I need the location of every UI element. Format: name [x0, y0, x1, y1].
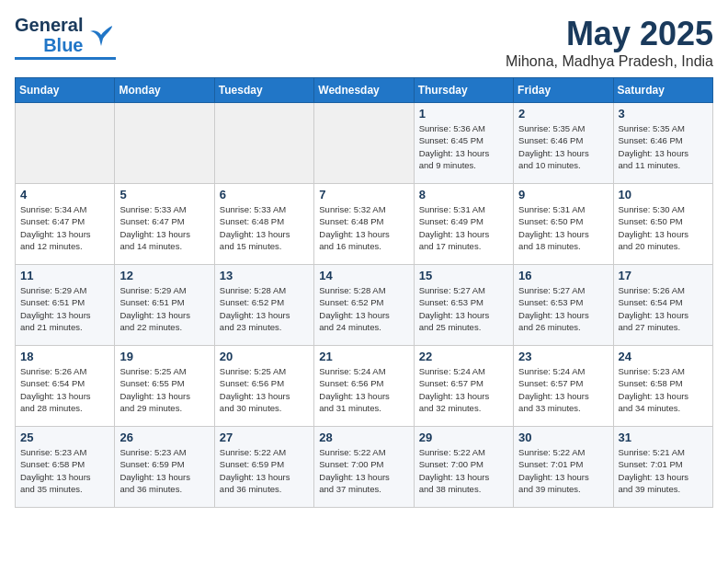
weekday-header-saturday: Saturday [613, 78, 712, 103]
weekday-header-row: SundayMondayTuesdayWednesdayThursdayFrid… [16, 78, 713, 103]
day-number: 19 [119, 350, 209, 363]
day-number: 18 [20, 350, 109, 363]
calendar-cell: 29Sunrise: 5:22 AM Sunset: 7:00 PM Dayli… [414, 427, 513, 508]
cell-sun-info: Sunrise: 5:28 AM Sunset: 6:52 PM Dayligh… [319, 284, 408, 333]
logo: General Blue [15, 15, 116, 60]
calendar-cell: 3Sunrise: 5:35 AM Sunset: 6:46 PM Daylig… [613, 103, 712, 184]
cell-sun-info: Sunrise: 5:24 AM Sunset: 6:57 PM Dayligh… [419, 365, 508, 414]
day-number: 4 [20, 188, 109, 201]
day-number: 22 [419, 350, 508, 363]
calendar-cell: 1Sunrise: 5:36 AM Sunset: 6:45 PM Daylig… [414, 103, 513, 184]
calendar-cell: 30Sunrise: 5:22 AM Sunset: 7:01 PM Dayli… [514, 427, 613, 508]
cell-sun-info: Sunrise: 5:28 AM Sunset: 6:52 PM Dayligh… [220, 284, 309, 333]
calendar-cell [314, 103, 414, 184]
calendar-cell: 19Sunrise: 5:25 AM Sunset: 6:55 PM Dayli… [115, 346, 214, 427]
cell-sun-info: Sunrise: 5:25 AM Sunset: 6:56 PM Dayligh… [220, 365, 309, 414]
cell-sun-info: Sunrise: 5:35 AM Sunset: 6:46 PM Dayligh… [518, 122, 608, 171]
calendar-week-row: 11Sunrise: 5:29 AM Sunset: 6:51 PM Dayli… [16, 265, 713, 346]
cell-sun-info: Sunrise: 5:31 AM Sunset: 6:50 PM Dayligh… [518, 203, 608, 252]
day-number: 16 [518, 269, 608, 282]
calendar-cell: 14Sunrise: 5:28 AM Sunset: 6:52 PM Dayli… [314, 265, 414, 346]
cell-sun-info: Sunrise: 5:32 AM Sunset: 6:48 PM Dayligh… [319, 203, 408, 252]
calendar-cell: 21Sunrise: 5:24 AM Sunset: 6:56 PM Dayli… [314, 346, 414, 427]
cell-sun-info: Sunrise: 5:33 AM Sunset: 6:48 PM Dayligh… [220, 203, 309, 252]
cell-sun-info: Sunrise: 5:21 AM Sunset: 7:01 PM Dayligh… [619, 446, 708, 495]
day-number: 21 [319, 350, 408, 363]
day-number: 2 [518, 107, 608, 121]
calendar-cell: 24Sunrise: 5:23 AM Sunset: 6:58 PM Dayli… [613, 346, 712, 427]
day-number: 24 [619, 350, 708, 363]
cell-sun-info: Sunrise: 5:31 AM Sunset: 6:49 PM Dayligh… [419, 203, 508, 252]
day-number: 5 [119, 188, 209, 201]
calendar-cell: 17Sunrise: 5:26 AM Sunset: 6:54 PM Dayli… [613, 265, 712, 346]
calendar-week-row: 25Sunrise: 5:23 AM Sunset: 6:58 PM Dayli… [16, 427, 713, 508]
calendar-cell: 7Sunrise: 5:32 AM Sunset: 6:48 PM Daylig… [314, 184, 414, 265]
day-number: 23 [518, 350, 608, 363]
cell-sun-info: Sunrise: 5:22 AM Sunset: 6:59 PM Dayligh… [220, 446, 309, 495]
cell-sun-info: Sunrise: 5:23 AM Sunset: 6:59 PM Dayligh… [119, 446, 209, 495]
cell-sun-info: Sunrise: 5:33 AM Sunset: 6:47 PM Dayligh… [119, 203, 209, 252]
weekday-header-friday: Friday [514, 78, 613, 103]
calendar-cell [214, 103, 313, 184]
calendar-cell: 6Sunrise: 5:33 AM Sunset: 6:48 PM Daylig… [214, 184, 313, 265]
calendar-week-row: 1Sunrise: 5:36 AM Sunset: 6:45 PM Daylig… [16, 103, 713, 184]
calendar-cell: 27Sunrise: 5:22 AM Sunset: 6:59 PM Dayli… [214, 427, 313, 508]
calendar-cell: 13Sunrise: 5:28 AM Sunset: 6:52 PM Dayli… [214, 265, 313, 346]
day-number: 20 [220, 350, 309, 363]
day-number: 9 [518, 188, 608, 201]
day-number: 12 [119, 269, 209, 282]
day-number: 28 [319, 431, 408, 444]
calendar-cell: 12Sunrise: 5:29 AM Sunset: 6:51 PM Dayli… [115, 265, 214, 346]
calendar-week-row: 4Sunrise: 5:34 AM Sunset: 6:47 PM Daylig… [16, 184, 713, 265]
calendar-cell: 20Sunrise: 5:25 AM Sunset: 6:56 PM Dayli… [214, 346, 313, 427]
logo-bird-icon [86, 20, 116, 50]
day-number: 14 [319, 269, 408, 282]
cell-sun-info: Sunrise: 5:23 AM Sunset: 6:58 PM Dayligh… [619, 365, 708, 414]
day-number: 7 [319, 188, 408, 201]
cell-sun-info: Sunrise: 5:29 AM Sunset: 6:51 PM Dayligh… [20, 284, 109, 333]
cell-sun-info: Sunrise: 5:22 AM Sunset: 7:00 PM Dayligh… [319, 446, 408, 495]
logo-underline [15, 57, 116, 60]
calendar-cell: 31Sunrise: 5:21 AM Sunset: 7:01 PM Dayli… [613, 427, 712, 508]
day-number: 8 [419, 188, 508, 201]
weekday-header-tuesday: Tuesday [214, 78, 313, 103]
calendar-table: SundayMondayTuesdayWednesdayThursdayFrid… [15, 77, 713, 508]
day-number: 31 [619, 431, 708, 444]
day-number: 17 [619, 269, 708, 282]
logo-blue: Blue [43, 35, 83, 55]
day-number: 11 [20, 269, 109, 282]
weekday-header-wednesday: Wednesday [314, 78, 414, 103]
cell-sun-info: Sunrise: 5:26 AM Sunset: 6:54 PM Dayligh… [619, 284, 708, 333]
cell-sun-info: Sunrise: 5:24 AM Sunset: 6:57 PM Dayligh… [518, 365, 608, 414]
location-subtitle: Mihona, Madhya Pradesh, India [506, 53, 713, 70]
calendar-cell: 9Sunrise: 5:31 AM Sunset: 6:50 PM Daylig… [514, 184, 613, 265]
cell-sun-info: Sunrise: 5:35 AM Sunset: 6:46 PM Dayligh… [619, 122, 708, 171]
calendar-cell: 16Sunrise: 5:27 AM Sunset: 6:53 PM Dayli… [514, 265, 613, 346]
calendar-cell: 8Sunrise: 5:31 AM Sunset: 6:49 PM Daylig… [414, 184, 513, 265]
calendar-cell: 18Sunrise: 5:26 AM Sunset: 6:54 PM Dayli… [16, 346, 115, 427]
day-number: 15 [419, 269, 508, 282]
cell-sun-info: Sunrise: 5:25 AM Sunset: 6:55 PM Dayligh… [119, 365, 209, 414]
cell-sun-info: Sunrise: 5:30 AM Sunset: 6:50 PM Dayligh… [619, 203, 708, 252]
day-number: 3 [619, 107, 708, 121]
day-number: 13 [220, 269, 309, 282]
calendar-cell: 5Sunrise: 5:33 AM Sunset: 6:47 PM Daylig… [115, 184, 214, 265]
calendar-cell: 11Sunrise: 5:29 AM Sunset: 6:51 PM Dayli… [16, 265, 115, 346]
calendar-cell: 25Sunrise: 5:23 AM Sunset: 6:58 PM Dayli… [16, 427, 115, 508]
cell-sun-info: Sunrise: 5:27 AM Sunset: 6:53 PM Dayligh… [518, 284, 608, 333]
calendar-cell: 28Sunrise: 5:22 AM Sunset: 7:00 PM Dayli… [314, 427, 414, 508]
weekday-header-monday: Monday [115, 78, 214, 103]
calendar-cell [115, 103, 214, 184]
day-number: 25 [20, 431, 109, 444]
logo-general: General [15, 15, 83, 35]
cell-sun-info: Sunrise: 5:24 AM Sunset: 6:56 PM Dayligh… [319, 365, 408, 414]
day-number: 26 [119, 431, 209, 444]
weekday-header-thursday: Thursday [414, 78, 513, 103]
cell-sun-info: Sunrise: 5:36 AM Sunset: 6:45 PM Dayligh… [419, 122, 508, 171]
calendar-cell: 26Sunrise: 5:23 AM Sunset: 6:59 PM Dayli… [115, 427, 214, 508]
day-number: 1 [419, 107, 508, 121]
cell-sun-info: Sunrise: 5:26 AM Sunset: 6:54 PM Dayligh… [20, 365, 109, 414]
day-number: 29 [419, 431, 508, 444]
month-year-title: May 2025 [506, 15, 713, 53]
calendar-cell: 2Sunrise: 5:35 AM Sunset: 6:46 PM Daylig… [514, 103, 613, 184]
